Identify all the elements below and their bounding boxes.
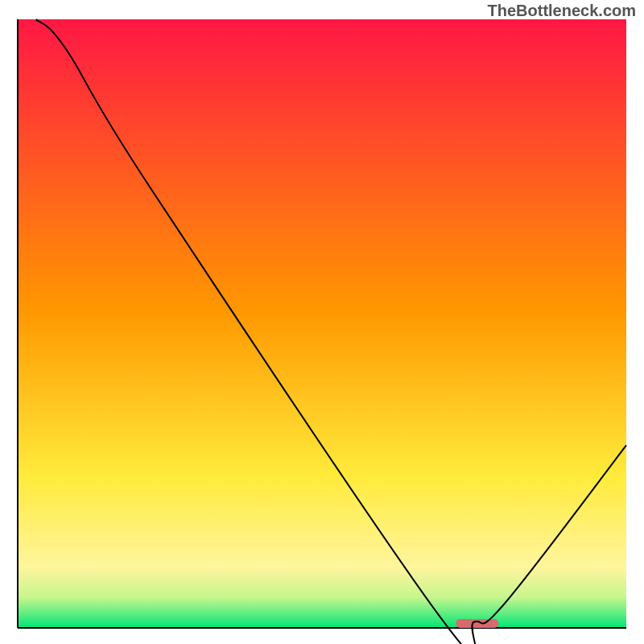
- watermark-text: TheBottleneck.com: [488, 2, 636, 20]
- optimal-range-marker: [456, 619, 498, 628]
- chart-container: TheBottleneck.com: [0, 0, 644, 644]
- plot-background: [18, 19, 626, 628]
- chart-svg: [0, 0, 644, 644]
